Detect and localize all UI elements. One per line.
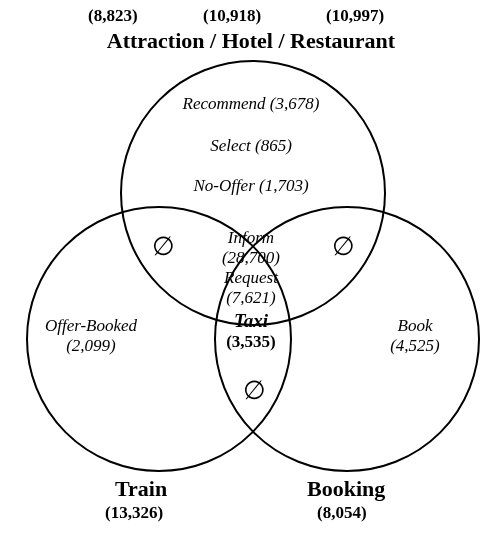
top-set-title: Attraction / Hotel / Restaurant [0,28,502,53]
attraction-count: (8,823) [88,6,138,26]
restaurant-count: (10,997) [326,6,384,26]
region-right-only: Book (4,525) [370,316,460,355]
region-top-select: Select (865) [0,136,502,156]
train-label: Train [115,476,167,501]
region-top-nooffer: No-Offer (1,703) [0,176,502,196]
booking-count: (8,054) [317,503,367,523]
region-center-inform: Inform (28,700) [0,228,502,267]
region-left-right-empty: ∅ [243,376,266,406]
region-center-request: Request (7,621) [0,268,502,307]
region-top-recommend: Recommend (3,678) [0,94,502,114]
venn-diagram: (8,823) (10,918) (10,997) Attraction / H… [0,0,502,534]
booking-label: Booking [307,476,385,501]
region-left-only: Offer-Booked (2,099) [31,316,151,355]
train-count: (13,326) [105,503,163,523]
hotel-count: (10,918) [203,6,261,26]
